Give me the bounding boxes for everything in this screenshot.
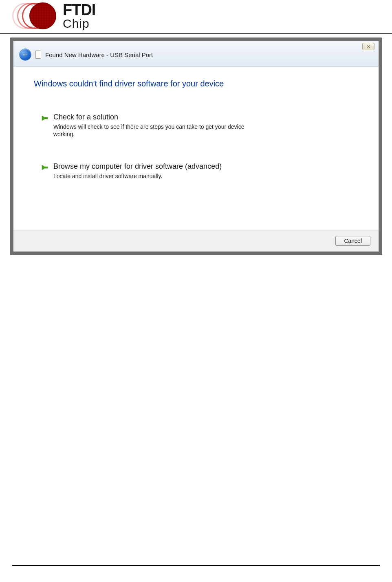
option-title: Browse my computer for driver software (… xyxy=(53,162,358,171)
option-text: Check for a solution Windows will check … xyxy=(53,113,358,138)
option-browse-computer[interactable]: Browse my computer for driver software (… xyxy=(34,162,358,180)
cancel-button[interactable]: Cancel xyxy=(335,236,370,246)
dialog-titlebar: ✕ ← Found New Hardware - USB Serial Port xyxy=(13,41,379,67)
logo-text: FTDI Chip xyxy=(63,2,95,30)
svg-rect-1 xyxy=(45,117,48,119)
logo-line1: FTDI xyxy=(63,2,95,18)
svg-rect-3 xyxy=(45,167,48,168)
found-new-hardware-dialog: ✕ ← Found New Hardware - USB Serial Port… xyxy=(13,41,379,252)
arrow-icon xyxy=(41,164,48,171)
dialog-outer-frame: ✕ ← Found New Hardware - USB Serial Port… xyxy=(10,37,382,255)
footer-rule xyxy=(12,565,380,566)
logo-graphic xyxy=(12,2,61,30)
arrow-icon xyxy=(41,115,48,122)
dialog-heading: Windows couldn't find driver software fo… xyxy=(34,79,358,88)
close-button[interactable]: ✕ xyxy=(362,43,374,50)
device-icon xyxy=(35,51,41,59)
back-arrow-icon: ← xyxy=(22,51,29,58)
dialog-body: Windows couldn't find driver software fo… xyxy=(13,67,379,230)
ftdi-logo: FTDI Chip xyxy=(12,2,95,30)
option-text: Browse my computer for driver software (… xyxy=(53,162,358,180)
document-header: FTDI Chip xyxy=(0,0,392,34)
dialog-title: Found New Hardware - USB Serial Port xyxy=(45,51,153,58)
dialog-footer: Cancel xyxy=(13,230,379,251)
logo-line2: Chip xyxy=(63,18,95,30)
close-icon: ✕ xyxy=(366,44,371,50)
option-description: Windows will check to see if there are s… xyxy=(53,123,265,138)
option-description: Locate and install driver software manua… xyxy=(53,172,265,180)
option-check-solution[interactable]: Check for a solution Windows will check … xyxy=(34,113,358,138)
option-title: Check for a solution xyxy=(53,113,358,121)
back-button[interactable]: ← xyxy=(19,48,31,61)
